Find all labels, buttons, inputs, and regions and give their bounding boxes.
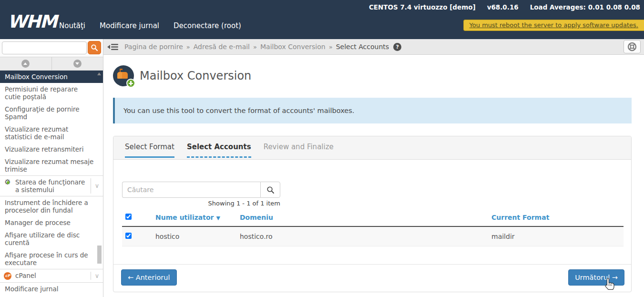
sidebar-item-kill-processes[interactable]: Instrument de închidere a proceselor din… xyxy=(0,196,103,216)
accounts-table: Nume utilizator ▼ Domeniu Current Format… xyxy=(122,209,624,246)
sidebar-search-button[interactable] xyxy=(88,41,101,54)
page-header: Mailbox Conversion xyxy=(113,65,251,86)
jump-to-bottom-button[interactable] xyxy=(51,57,103,70)
info-callout: You can use this tool to convert the for… xyxy=(113,98,632,123)
cell-format: maildir xyxy=(491,226,624,246)
circle-down-icon xyxy=(73,60,82,68)
sidebar-item-mailbox-conversion[interactable]: Mailbox Conversion xyxy=(0,71,103,83)
sidebar-item-running-processes[interactable]: Afişare procese în curs de executare xyxy=(0,249,103,269)
page-title: Mailbox Conversion xyxy=(140,69,251,82)
select-all-checkbox[interactable] xyxy=(125,214,132,220)
sidebar-item-mailbox-permissions[interactable]: Permisiuni de reparare cutie poştală xyxy=(0,83,103,103)
breadcrumb-tool[interactable]: Mailbox Conversion xyxy=(260,43,326,51)
accounts-search-group xyxy=(122,182,280,198)
tab-underline-solid xyxy=(125,156,174,158)
nav-news[interactable]: Noutăţi xyxy=(59,21,85,30)
mailbox-conversion-icon xyxy=(113,65,134,86)
cell-domain: hostico.ro xyxy=(240,226,491,246)
sidebar-menu: Mailbox Conversion Permisiuni de reparar… xyxy=(0,71,103,297)
sidebar-item-sent-summary[interactable]: Vizualizare rezumat mesaje trimise xyxy=(0,155,103,175)
plus-badge-icon xyxy=(126,79,135,88)
top-navbar: CENTOS 7.4 virtuozzo [demo] v68.0.16 Loa… xyxy=(0,0,644,39)
help-icon[interactable]: ? xyxy=(393,43,401,51)
scrollbar-up-arrow[interactable] xyxy=(97,72,101,75)
row-checkbox[interactable] xyxy=(125,233,132,239)
cell-username: hostico xyxy=(155,226,240,246)
sidebar-item-mail-stats[interactable]: Vizualizare rezumat statistici de e-mail xyxy=(0,123,103,143)
jump-to-top-button[interactable] xyxy=(0,57,51,70)
chevron-down-icon[interactable]: ∨ xyxy=(91,178,103,194)
breadcrumb-current: Select Accounts xyxy=(336,43,389,51)
sidebar-section-cpanel[interactable]: cP cPanel ∨ xyxy=(0,269,103,283)
top-navigation: Noutăţi Modificare jurnal Deconectare (r… xyxy=(59,21,241,30)
info-text: You can use this tool to convert the for… xyxy=(123,107,354,114)
sidebar-collapse-icon[interactable] xyxy=(107,43,119,51)
breadcrumb-home[interactable]: Pagina de pornire xyxy=(124,43,183,51)
load-averages: Load Averages: 0.01 0.08 0.08 xyxy=(530,3,640,11)
wizard-panel: Select Format Select Accounts Review and… xyxy=(113,136,632,292)
breadcrumb-bar: Pagina de pornire » Adresă de e-mail » M… xyxy=(103,39,644,55)
sidebar-item-disk-usage[interactable]: Afişare utilizare de disc curentă xyxy=(0,229,103,249)
system-info: CENTOS 7.4 virtuozzo [demo] v68.0.16 Loa… xyxy=(369,3,640,11)
column-domain[interactable]: Domeniu xyxy=(240,209,491,226)
reboot-notice-link[interactable]: You must reboot the server to apply soft… xyxy=(463,20,644,31)
main-content: Mailbox Conversion You can use this tool… xyxy=(103,55,644,297)
accounts-search-button[interactable] xyxy=(260,182,280,198)
table-header-row: Nume utilizator ▼ Domeniu Current Format xyxy=(122,209,624,226)
sidebar-item-process-manager[interactable]: Manager de procese xyxy=(0,216,103,229)
pagination-status: Showing 1 - 1 of 1 item xyxy=(122,200,280,207)
sort-desc-icon: ▼ xyxy=(216,215,220,221)
tab-underline-dashed xyxy=(187,156,251,158)
support-button[interactable] xyxy=(624,40,641,53)
whm-version: v68.0.16 xyxy=(487,3,519,11)
scrollbar-thumb[interactable] xyxy=(97,246,102,264)
sidebar-search-input[interactable] xyxy=(2,41,87,54)
wizard-footer: ← Anteriorul Următorul → xyxy=(113,264,631,292)
sidebar: Mailbox Conversion Permisiuni de reparar… xyxy=(0,39,103,297)
sidebar-item-changelog[interactable]: Modificare jurnal xyxy=(0,283,103,295)
column-current-format[interactable]: Current Format xyxy=(491,209,624,226)
accounts-search-input[interactable] xyxy=(122,182,260,198)
search-icon xyxy=(266,186,275,194)
sidebar-jump-row xyxy=(0,57,103,71)
sidebar-search-row xyxy=(0,39,103,57)
tab-select-accounts[interactable]: Select Accounts xyxy=(187,136,251,159)
breadcrumb-separator: » xyxy=(329,43,333,51)
sidebar-section-system-health[interactable]: ⚙ Starea de funcţionare a sistemului ∨ xyxy=(0,175,103,196)
next-button[interactable]: Următorul → xyxy=(568,269,624,286)
circle-up-icon xyxy=(21,60,30,68)
tab-select-format[interactable]: Select Format xyxy=(125,136,174,159)
previous-button[interactable]: ← Anteriorul xyxy=(121,269,177,286)
sidebar-item-relayers[interactable]: Vizualizare retransmiteri xyxy=(0,143,103,155)
breadcrumb-separator: » xyxy=(253,43,257,51)
life-ring-icon xyxy=(627,42,637,51)
tab-review-finalize: Review and Finalize xyxy=(264,136,334,159)
breadcrumb-separator: » xyxy=(186,43,190,51)
sidebar-item-spamd-config[interactable]: Configuraţie de pornire Spamd xyxy=(0,103,103,123)
column-username[interactable]: Nume utilizator ▼ xyxy=(155,209,240,226)
chevron-down-icon[interactable]: ∨ xyxy=(91,272,103,280)
breadcrumb-email[interactable]: Adresă de e-mail xyxy=(194,43,250,51)
table-row: hostico hostico.ro maildir xyxy=(122,226,624,246)
search-icon xyxy=(91,44,98,51)
wizard-tabs: Select Format Select Accounts Review and… xyxy=(113,136,631,160)
whm-logo[interactable]: WHM xyxy=(8,11,57,32)
cpanel-logo-icon: cP xyxy=(0,272,15,280)
nav-logout[interactable]: Deconectare (root) xyxy=(174,21,241,30)
system-health-gear-icon: ⚙ xyxy=(0,178,15,194)
system-os-label: CENTOS 7.4 virtuozzo [demo] xyxy=(369,3,476,11)
nav-changelog[interactable]: Modificare jurnal xyxy=(100,21,159,30)
sidebar-item-customization[interactable]: Customization xyxy=(0,295,103,297)
